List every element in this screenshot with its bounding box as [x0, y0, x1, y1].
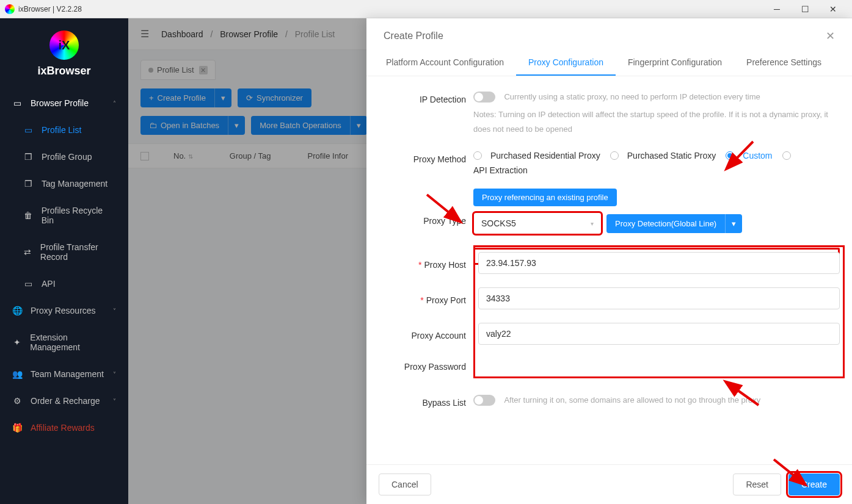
reset-button[interactable]: Reset [733, 473, 781, 495]
synchronizer-button[interactable]: ⟳Synchronizer [238, 88, 311, 107]
tab-platform-config[interactable]: Platform Account Configuration [374, 50, 516, 76]
breadcrumb: Dashboard / Browser Profile / Profile Li… [161, 29, 335, 39]
ip-detection-toggle[interactable] [473, 92, 495, 103]
label-proxy-host: *Proxy Host [379, 256, 473, 270]
select-all-checkbox[interactable] [140, 152, 149, 160]
create-profile-button[interactable]: +Create Profile ▾ [140, 88, 231, 107]
sidebar-toggle-icon[interactable]: ☰ [140, 28, 149, 40]
label-proxy-account: Proxy Account [379, 327, 473, 340]
sidebar: iX ixBrowser ▭ Browser Profile ˄ ▭ Profi… [0, 18, 128, 504]
proxy-detection-button[interactable]: Proxy Detection(Global Line) ▾ [606, 214, 742, 233]
sidebar-item-label: Profile Transfer Record [40, 242, 116, 262]
drawer-title: Create Profile [384, 31, 826, 41]
radio-label: Custom [743, 151, 772, 160]
sidebar-item-tag-management[interactable]: ❒ Tag Management [0, 170, 128, 197]
tab-fingerprint-config[interactable]: Fingerprint Configuration [616, 50, 734, 76]
sidebar-item-transfer-record[interactable]: ⇄ Profile Transfer Record [0, 234, 128, 270]
radio-custom[interactable] [726, 151, 734, 160]
tab-preference-settings[interactable]: Preference Settings [734, 50, 834, 76]
sidebar-header-browser-profile[interactable]: ▭ Browser Profile ˄ [0, 90, 128, 117]
more-batch-operations-button[interactable]: More Batch Operations ▾ [251, 116, 367, 135]
breadcrumb-browser-profile[interactable]: Browser Profile [220, 29, 278, 39]
sidebar-item-affiliate-rewards[interactable]: 🎁 Affiliate Rewards [0, 414, 128, 441]
plus-icon: + [149, 93, 154, 103]
col-group[interactable]: Group / Tag [230, 151, 271, 160]
sidebar-item-label: Extension Management [30, 333, 116, 352]
window-titlebar: ixBrowser | V2.2.28 ─ ☐ ✕ [0, 0, 852, 18]
sidebar-item-team-management[interactable]: 👥 Team Management ˅ [0, 361, 128, 387]
tab-profile-list[interactable]: Profile List × [140, 60, 216, 80]
sidebar-item-profile-list[interactable]: ▭ Profile List [0, 117, 128, 143]
cancel-button[interactable]: Cancel [379, 473, 431, 495]
breadcrumb-sep: / [210, 29, 213, 39]
row-proxy-method: Proxy Method Purchased Residential Proxy… [379, 151, 840, 175]
sidebar-item-label: Proxy Resources [31, 306, 96, 315]
folder-icon: 🗀 [149, 121, 157, 130]
radio-purchased-residential[interactable] [473, 151, 482, 160]
puzzle-icon: ✦ [12, 337, 21, 347]
sidebar-item-label: Order & Recharge [31, 396, 100, 406]
col-profile-info[interactable]: Profile Infor [308, 151, 348, 160]
proxy-method-radiogroup: Purchased Residential Proxy Purchased St… [473, 151, 840, 175]
brand-logo-icon: iX [49, 31, 79, 60]
trash-icon: 🗑 [23, 211, 33, 220]
col-label: No. [173, 151, 186, 160]
sidebar-brand: iX ixBrowser [0, 24, 128, 90]
create-button[interactable]: Create [788, 473, 840, 495]
sidebar-item-api[interactable]: ▭ API [0, 270, 128, 297]
radio-api-extraction[interactable] [782, 151, 791, 160]
sidebar-item-label: Profile List [42, 125, 81, 135]
breadcrumb-dashboard[interactable]: Dashboard [161, 29, 203, 39]
radio-label: API Extraction [473, 165, 528, 175]
btn-label: More Batch Operations [260, 121, 341, 130]
radio-label: Purchased Residential Proxy [490, 151, 600, 160]
tab-proxy-config[interactable]: Proxy Configuration [516, 50, 616, 76]
sidebar-item-profile-group[interactable]: ❒ Profile Group [0, 143, 128, 170]
sidebar-item-proxy-resources[interactable]: 🌐 Proxy Resources ˅ [0, 297, 128, 324]
proxy-reference-button[interactable]: Proxy referencing an existing profile [473, 189, 617, 206]
col-no[interactable]: No. ⇅ [173, 151, 193, 160]
sidebar-item-label: Affiliate Rewards [31, 423, 95, 433]
transfer-icon: ⇄ [23, 247, 32, 257]
tab-close-icon[interactable]: × [199, 66, 208, 74]
tab-status-dot-icon [148, 68, 153, 73]
breadcrumb-sep: / [285, 29, 288, 39]
window-maximize-button[interactable]: ☐ [791, 0, 819, 18]
window-minimize-button[interactable]: ─ [763, 0, 791, 18]
sidebar-item-label: Tag Management [42, 179, 107, 189]
window-close-button[interactable]: ✕ [819, 0, 847, 18]
open-in-batches-button[interactable]: 🗀Open in Batches ▾ [140, 116, 245, 135]
sidebar-item-label: Profile Group [42, 152, 92, 162]
chevron-down-icon: ▾ [591, 220, 594, 227]
label-proxy-type: Proxy Type [379, 212, 473, 226]
team-icon: 👥 [12, 369, 22, 379]
chevron-down-icon: ˅ [113, 308, 116, 314]
layers-icon: ❒ [23, 152, 33, 162]
btn-label: Create Profile [158, 93, 206, 103]
open-batches-split-icon[interactable]: ▾ [228, 116, 245, 135]
gear-icon: ⚙ [12, 396, 22, 406]
bypass-list-toggle[interactable] [473, 395, 495, 406]
sidebar-item-extension-management[interactable]: ✦ Extension Management [0, 324, 128, 361]
label-text: Proxy Port [426, 295, 466, 305]
create-profile-split-icon[interactable]: ▾ [214, 88, 231, 107]
drawer-close-icon[interactable]: ✕ [826, 29, 835, 43]
app-root: iX ixBrowser ▭ Browser Profile ˄ ▭ Profi… [0, 18, 852, 504]
window-title: ixBrowser | V2.2.28 [18, 5, 763, 13]
ip-detection-note: Notes: Turning on IP detection will affe… [473, 107, 840, 137]
sidebar-item-label: API [42, 279, 56, 289]
window-icon: ▭ [12, 98, 22, 108]
proxy-detection-split-icon[interactable]: ▾ [725, 214, 742, 233]
sidebar-header-label: Browser Profile [31, 98, 89, 108]
more-batch-split-icon[interactable]: ▾ [350, 116, 367, 135]
globe-icon: 🌐 [12, 306, 22, 315]
sidebar-item-recycle-bin[interactable]: 🗑 Profiles Recycle Bin [0, 197, 128, 234]
sidebar-item-order-recharge[interactable]: ⚙ Order & Recharge ˅ [0, 387, 128, 414]
brand-name: ixBrowser [37, 65, 90, 77]
label-proxy-method: Proxy Method [379, 151, 473, 164]
proxy-type-select[interactable]: SOCKS5 ▾ [473, 212, 602, 234]
radio-label: Purchased Static Proxy [627, 151, 716, 160]
chevron-down-icon: ˅ [113, 398, 116, 405]
btn-label: Open in Batches [161, 121, 219, 130]
radio-purchased-static[interactable] [610, 151, 619, 160]
